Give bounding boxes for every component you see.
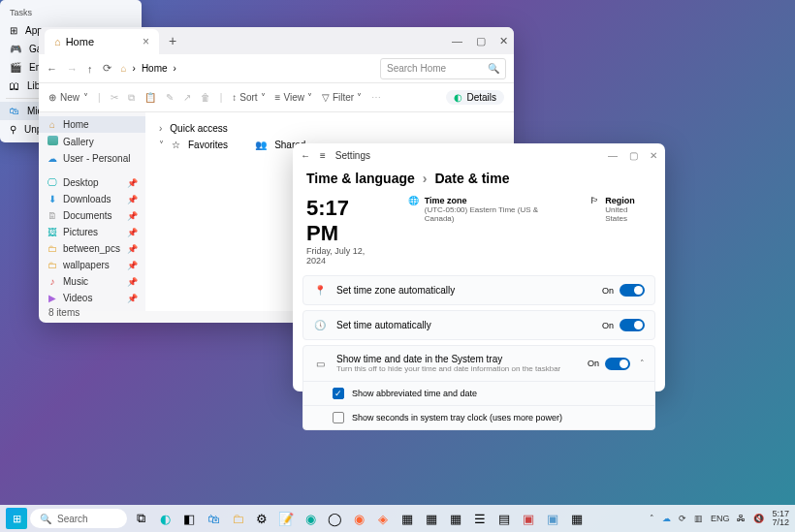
settings-breadcrumb: Time & language › Date & time xyxy=(293,167,665,190)
edge-icon[interactable]: ◉ xyxy=(300,508,321,529)
search-icon: 🔍 xyxy=(40,514,51,524)
toggle-switch[interactable] xyxy=(620,284,645,297)
setting-sublabel: Turn this off to hide your time and date… xyxy=(336,364,578,373)
explorer-tab-home[interactable]: ⌂ Home × xyxy=(45,29,159,54)
new-tab-button[interactable]: + xyxy=(169,33,176,48)
view-button[interactable]: ≡ View ˅ xyxy=(275,92,312,103)
checkbox-checked[interactable]: ✓ xyxy=(333,388,344,399)
notepad-icon[interactable]: 📝 xyxy=(275,508,297,529)
widgets-icon[interactable]: ◧ xyxy=(178,508,200,529)
maximize-button[interactable]: ▢ xyxy=(476,35,486,47)
start-button[interactable]: ⊞ xyxy=(6,508,27,529)
back-button[interactable]: ← xyxy=(47,63,57,75)
explorer-sidebar: ⌂Home Gallery ☁User - Personal 🖵Desktop📌… xyxy=(39,112,145,311)
quick-access-header[interactable]: ›Quick access xyxy=(159,120,500,137)
minimize-button[interactable]: — xyxy=(452,35,462,47)
breadcrumb[interactable]: ⌂ › Home › xyxy=(121,63,371,74)
taskbar-clock[interactable]: 5:17 7/12 xyxy=(772,510,789,527)
sidebar-item-gallery[interactable]: Gallery xyxy=(39,133,145,150)
sidebar-item-pictures[interactable]: 🖼Pictures📌 xyxy=(39,224,145,240)
taskbar-search[interactable]: 🔍Search xyxy=(30,509,127,528)
sync-icon[interactable]: ⟳ xyxy=(679,514,686,523)
close-tab-icon[interactable]: × xyxy=(143,35,149,48)
close-button[interactable]: ✕ xyxy=(499,35,508,47)
breadcrumb-segment[interactable]: Home xyxy=(142,63,168,74)
menu-icon[interactable]: ≡ xyxy=(320,150,326,161)
toggle-switch[interactable] xyxy=(605,358,630,370)
home-icon: ⌂ xyxy=(54,36,61,47)
delete-icon[interactable]: 🗑 xyxy=(201,92,210,103)
sort-button[interactable]: ↕ Sort ˅ xyxy=(232,92,265,103)
tray-icon[interactable]: ▥ xyxy=(694,514,703,523)
more-button[interactable]: ⋯ xyxy=(371,92,381,103)
store-icon[interactable]: 🛍 xyxy=(203,508,224,529)
chevron-right-icon: › xyxy=(423,171,428,186)
search-input[interactable]: Search Home 🔍 xyxy=(380,58,506,79)
breadcrumb-parent[interactable]: Time & language xyxy=(306,171,415,186)
app-icon[interactable]: ▦ xyxy=(566,508,588,529)
settings-icon[interactable]: ⚙ xyxy=(251,508,272,529)
sidebar-item-documents[interactable]: 🗎Documents📌 xyxy=(39,207,145,224)
app-icon[interactable]: ▤ xyxy=(493,508,515,529)
app-icon[interactable]: ▣ xyxy=(518,508,539,529)
sidebar-item-desktop[interactable]: 🖵Desktop📌 xyxy=(39,174,145,191)
sidebar-item-music[interactable]: ♪Music📌 xyxy=(39,273,145,290)
chevron-up-icon[interactable]: ˄ xyxy=(640,359,645,368)
app-icon[interactable]: ▦ xyxy=(421,508,442,529)
setting-label: Set time zone automatically xyxy=(336,285,592,296)
minimize-button[interactable]: — xyxy=(608,150,618,161)
app-icon[interactable]: ▦ xyxy=(445,508,466,529)
sidebar-item-wallpapers[interactable]: 🗀wallpapers📌 xyxy=(39,257,145,273)
back-button[interactable]: ← xyxy=(301,150,310,161)
current-date: Friday, July 12, 2024 xyxy=(306,246,387,266)
toggle-switch[interactable] xyxy=(620,319,645,331)
refresh-button[interactable]: ⟳ xyxy=(103,62,111,75)
cut-icon[interactable]: ✂ xyxy=(111,92,118,103)
taskbar: ⊞ 🔍Search ⧉ ◐ ◧ 🛍 🗀 ⚙ 📝 ◉ ◯ ◉ ◈ ▦ ▦ ▦ ☰ … xyxy=(0,505,795,532)
settings-title: Settings xyxy=(335,150,370,161)
app-icon[interactable]: ▣ xyxy=(542,508,563,529)
sidebar-item-home[interactable]: ⌂Home xyxy=(39,116,145,133)
app-icon[interactable]: ▦ xyxy=(397,508,418,529)
setting-time-auto: 🕔 Set time automatically On xyxy=(302,310,655,340)
copilot-icon[interactable]: ◐ xyxy=(154,508,175,529)
setting-abbrev-time[interactable]: ✓ Show abbreviated time and date xyxy=(303,381,654,405)
sidebar-item-videos[interactable]: ▶Videos📌 xyxy=(39,290,145,306)
chrome-icon[interactable]: ◯ xyxy=(324,508,345,529)
volume-icon[interactable]: 🔇 xyxy=(753,514,764,523)
close-button[interactable]: ✕ xyxy=(650,150,657,161)
unpin-icon: ⚲ xyxy=(10,124,16,135)
app-icon[interactable]: ☰ xyxy=(469,508,491,529)
sidebar-item-user[interactable]: ☁User - Personal xyxy=(39,150,145,167)
sidebar-item-between[interactable]: 🗀between_pcs📌 xyxy=(39,240,145,257)
store-icon: 🛍 xyxy=(10,106,19,116)
onedrive-icon[interactable]: ☁ xyxy=(662,514,671,523)
explorer-icon[interactable]: 🗀 xyxy=(227,508,248,529)
brave-icon[interactable]: ◈ xyxy=(372,508,394,529)
filter-button[interactable]: ▽ Filter ˅ xyxy=(322,92,362,103)
paste-icon[interactable]: 📋 xyxy=(144,92,156,103)
task-view-icon[interactable]: ⧉ xyxy=(130,508,151,529)
sidebar-item-downloads[interactable]: ⬇Downloads📌 xyxy=(39,191,145,207)
setting-show-seconds[interactable]: Show seconds in system tray clock (uses … xyxy=(303,405,654,429)
maximize-button[interactable]: ▢ xyxy=(629,150,638,161)
checkbox-unchecked[interactable] xyxy=(333,412,344,423)
copy-icon[interactable]: ⧉ xyxy=(128,92,135,104)
network-icon[interactable]: 🖧 xyxy=(737,514,746,523)
tray-chevron[interactable]: ˄ xyxy=(650,514,654,523)
up-button[interactable]: ↑ xyxy=(87,63,93,75)
firefox-icon[interactable]: ◉ xyxy=(348,508,369,529)
language-indicator[interactable]: ENG xyxy=(711,514,730,523)
new-button[interactable]: ⊕ New ˅ xyxy=(48,92,88,103)
region-label: Region xyxy=(605,196,652,205)
rename-icon[interactable]: ✎ xyxy=(166,92,174,103)
clock-icon: 🕔 xyxy=(313,320,327,330)
settings-window: ← ≡ Settings — ▢ ✕ Time & language › Dat… xyxy=(293,143,665,391)
search-placeholder: Search Home xyxy=(387,63,446,74)
library-icon: 🕮 xyxy=(10,80,19,91)
entertainment-icon: 🎬 xyxy=(10,62,21,73)
share-icon[interactable]: ↗ xyxy=(183,92,191,103)
setting-timezone-auto: 📍 Set time zone automatically On xyxy=(302,275,655,305)
forward-button[interactable]: → xyxy=(67,63,78,75)
details-toggle[interactable]: ◐ Details xyxy=(446,90,504,105)
